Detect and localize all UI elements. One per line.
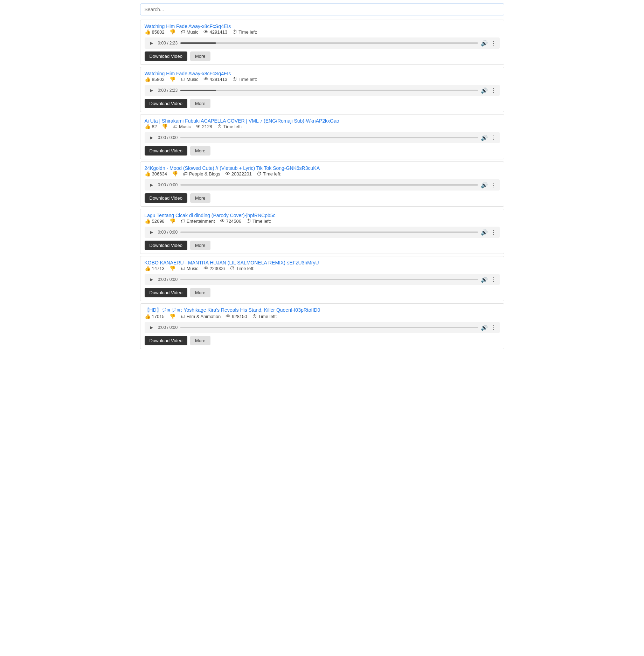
tag-icon: 🏷 xyxy=(180,76,185,82)
volume-icon-v2[interactable]: 🔊 xyxy=(481,87,488,94)
download-button-v1[interactable]: Download Video xyxy=(145,51,187,61)
video-item: KOBO KANAERU - MANTRA HUJAN (LIL SALMONE… xyxy=(140,256,504,301)
clock-icon: ⏱ xyxy=(232,76,237,82)
eye-icon: 👁 xyxy=(203,29,208,35)
timeleft-label: Time left: xyxy=(236,266,255,271)
progress-bar-v4[interactable] xyxy=(180,184,478,186)
likes-count: 306634 xyxy=(152,171,167,177)
video-title-v6[interactable]: KOBO KANAERU - MANTRA HUJAN (LIL SALMONE… xyxy=(145,260,319,265)
play-button-v7[interactable]: ▶ xyxy=(148,324,155,331)
progress-bar-v1[interactable] xyxy=(180,42,478,44)
search-input[interactable] xyxy=(140,4,504,15)
timeleft-v1: ⏱ Time left: xyxy=(232,29,257,35)
more-button-v6[interactable]: More xyxy=(190,288,210,297)
category-label: People & Blogs xyxy=(189,171,220,177)
video-meta-v7: 👍 17015 👎 🏷 Film & Animation 👁 928150 ⏱ … xyxy=(145,313,500,319)
video-meta-v6: 👍 14713 👎 🏷 Music 👁 223006 ⏱ Time left: xyxy=(145,265,500,271)
video-title-v3[interactable]: Ai Uta | Shirakami Fubuki ACAPELLA COVER… xyxy=(145,118,339,124)
clock-icon: ⏱ xyxy=(217,124,222,129)
video-item: Watching Him Fade Away-x8cFcSq4EIs 👍 858… xyxy=(140,20,504,65)
more-button-v1[interactable]: More xyxy=(190,51,210,61)
more-vert-icon-v7[interactable]: ⋮ xyxy=(491,324,496,331)
volume-icon-v1[interactable]: 🔊 xyxy=(481,40,488,47)
time-label-v6: 0:00 / 0:00 xyxy=(158,277,178,282)
dislike-icon: 👎 xyxy=(169,29,175,35)
category-v4: 🏷 People & Blogs xyxy=(183,171,220,177)
progress-bar-v7[interactable] xyxy=(180,327,478,328)
progress-bar-v6[interactable] xyxy=(180,279,478,280)
volume-icon-v3[interactable]: 🔊 xyxy=(481,134,488,141)
video-meta-v3: 👍 82 👎 🏷 Music 👁 2128 ⏱ Time left: xyxy=(145,124,500,129)
download-button-v4[interactable]: Download Video xyxy=(145,193,187,203)
dislike-icon: 👎 xyxy=(162,124,168,129)
dislike-icon: 👎 xyxy=(169,218,175,224)
tag-icon: 🏷 xyxy=(180,218,185,224)
download-button-v6[interactable]: Download Video xyxy=(145,288,187,297)
tag-icon: 🏷 xyxy=(180,313,185,319)
more-vert-icon-v3[interactable]: ⋮ xyxy=(491,134,496,141)
eye-icon: 👁 xyxy=(196,124,201,129)
dislike-v7: 👎 xyxy=(169,313,175,319)
video-item: 24Kgoldn - Mood (Slowed Cute) // (Vietsu… xyxy=(140,161,504,207)
play-button-v2[interactable]: ▶ xyxy=(148,87,155,94)
views-count: 928150 xyxy=(232,314,247,319)
timeleft-v4: ⏱ Time left: xyxy=(257,171,282,177)
more-button-v5[interactable]: More xyxy=(190,241,210,250)
eye-icon: 👁 xyxy=(225,171,230,177)
timeleft-label: Time left: xyxy=(258,314,277,319)
progress-bar-v2[interactable] xyxy=(180,90,478,91)
video-item: Ai Uta | Shirakami Fubuki ACAPELLA COVER… xyxy=(140,114,504,159)
views-count: 2128 xyxy=(202,124,212,129)
like-icon: 👍 xyxy=(145,265,151,271)
more-button-v2[interactable]: More xyxy=(190,99,210,108)
download-button-v3[interactable]: Download Video xyxy=(145,146,187,156)
category-v3: 🏷 Music xyxy=(173,124,191,129)
more-button-v3[interactable]: More xyxy=(190,146,210,156)
more-button-v7[interactable]: More xyxy=(190,336,210,345)
volume-icon-v5[interactable]: 🔊 xyxy=(481,229,488,236)
play-button-v6[interactable]: ▶ xyxy=(148,276,155,283)
clock-icon: ⏱ xyxy=(252,313,257,319)
download-button-v5[interactable]: Download Video xyxy=(145,241,187,250)
views-count: 4291413 xyxy=(210,29,228,35)
progress-bar-v3[interactable] xyxy=(180,137,478,138)
progress-fill-v2 xyxy=(180,90,216,91)
play-button-v3[interactable]: ▶ xyxy=(148,134,155,141)
player-row-v5: ▶ 0:00 / 0:00 🔊 ⋮ xyxy=(145,227,500,238)
more-vert-icon-v6[interactable]: ⋮ xyxy=(491,276,496,283)
likes-v2: 👍 85802 xyxy=(145,76,165,82)
timeleft-v2: ⏱ Time left: xyxy=(232,76,257,82)
likes-count: 82 xyxy=(152,124,157,129)
volume-icon-v4[interactable]: 🔊 xyxy=(481,182,488,188)
time-label-v1: 0:00 / 2:23 xyxy=(158,41,178,46)
play-button-v5[interactable]: ▶ xyxy=(148,229,155,236)
volume-icon-v7[interactable]: 🔊 xyxy=(481,324,488,331)
download-button-v7[interactable]: Download Video xyxy=(145,336,187,345)
clock-icon: ⏱ xyxy=(232,29,237,35)
views-count: 724506 xyxy=(226,219,241,224)
volume-icon-v6[interactable]: 🔊 xyxy=(481,276,488,283)
play-button-v1[interactable]: ▶ xyxy=(148,40,155,47)
more-vert-icon-v2[interactable]: ⋮ xyxy=(491,87,496,94)
download-button-v2[interactable]: Download Video xyxy=(145,99,187,108)
video-title-v7[interactable]: 【HD】ジョジョ: Yoshikage Kira's Reveals His S… xyxy=(145,307,320,313)
play-button-v4[interactable]: ▶ xyxy=(148,181,155,188)
timeleft-label: Time left: xyxy=(223,124,242,129)
more-button-v4[interactable]: More xyxy=(190,193,210,203)
timeleft-v7: ⏱ Time left: xyxy=(252,313,277,319)
video-title-v1[interactable]: Watching Him Fade Away-x8cFcSq4EIs xyxy=(145,23,231,29)
views-v1: 👁 4291413 xyxy=(203,29,228,35)
video-title-v2[interactable]: Watching Him Fade Away-x8cFcSq4EIs xyxy=(145,71,231,76)
more-vert-icon-v5[interactable]: ⋮ xyxy=(491,229,496,236)
video-item: 【HD】ジョジョ: Yoshikage Kira's Reveals His S… xyxy=(140,303,504,349)
views-count: 223006 xyxy=(210,266,225,271)
views-v4: 👁 20322201 xyxy=(225,171,252,177)
video-title-v4[interactable]: 24Kgoldn - Mood (Slowed Cute) // (Vietsu… xyxy=(145,165,320,171)
more-vert-icon-v4[interactable]: ⋮ xyxy=(491,182,496,188)
views-v7: 👁 928150 xyxy=(226,313,247,319)
more-vert-icon-v1[interactable]: ⋮ xyxy=(491,40,496,47)
tag-icon: 🏷 xyxy=(183,171,188,177)
video-title-v5[interactable]: Lagu Tentang Cicak di dinding (Parody Co… xyxy=(145,213,276,218)
progress-bar-v5[interactable] xyxy=(180,232,478,233)
category-v1: 🏷 Music xyxy=(180,29,199,35)
